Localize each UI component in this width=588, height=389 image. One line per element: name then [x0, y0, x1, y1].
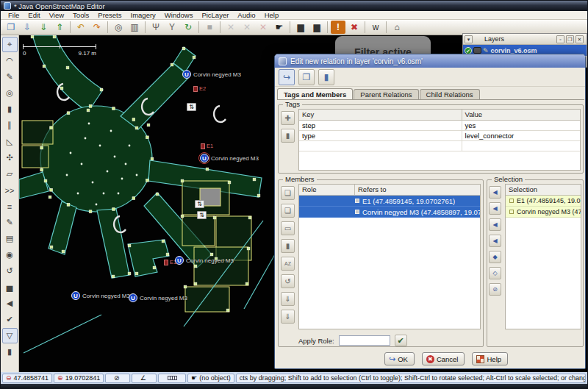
sort-members-button[interactable]: AZ: [281, 257, 295, 271]
select-members-in-relation-button[interactable]: ◇: [489, 267, 501, 279]
changeset-dialog-toggle-icon[interactable]: ▮: [2, 344, 18, 360]
menu-imagery[interactable]: Imagery: [126, 11, 160, 19]
delete-tool-icon[interactable]: ▮: [2, 101, 18, 117]
new-layer-icon[interactable]: ▫: [556, 35, 564, 43]
add-at-end-button[interactable]: ◀: [489, 235, 501, 247]
remove-members-from-selection-button[interactable]: ⊘: [489, 283, 501, 296]
close-icon[interactable]: ✕: [576, 35, 584, 43]
collapse-icon[interactable]: ▾: [465, 35, 473, 43]
exit-marker[interactable]: E1: [201, 143, 213, 149]
tag-row-empty[interactable]: [299, 141, 580, 151]
ok-button[interactable]: ↪ OK: [384, 352, 415, 365]
add-tag-button[interactable]: ✚: [281, 111, 295, 125]
delete-relation-button[interactable]: ▮: [318, 69, 334, 85]
save-icon[interactable]: ⇩: [20, 21, 35, 34]
relations-dialog-toggle-icon[interactable]: ▤: [2, 231, 18, 246]
menu-view[interactable]: View: [45, 11, 68, 19]
layer-visibility-icon[interactable]: [473, 47, 481, 54]
download-data-icon[interactable]: ⇓: [36, 21, 51, 34]
reverse-members-button[interactable]: ↺: [281, 274, 295, 288]
conflict-dialog-toggle-icon[interactable]: ◀: [2, 296, 18, 311]
cancel-button[interactable]: ✖ Cancel: [422, 352, 465, 365]
move-down-member-button[interactable]: ❏: [281, 204, 295, 218]
tags-col-value[interactable]: Value: [462, 110, 580, 120]
tags-dialog-toggle-icon[interactable]: ✎: [2, 215, 18, 230]
undo-icon[interactable]: ↶: [74, 21, 88, 34]
tab-child-relations[interactable]: Child Relations: [420, 89, 480, 99]
add-after-button[interactable]: ◀: [489, 218, 501, 231]
download-dialog-toggle-icon[interactable]: ▅: [2, 279, 18, 295]
selection-row[interactable]: Corvin negyed M3 (47.4858897,: [506, 207, 581, 218]
menu-piclayer[interactable]: PicLayer: [197, 11, 233, 19]
select-members-button[interactable]: ❐: [298, 69, 315, 85]
warning-icon[interactable]: !: [331, 21, 345, 34]
combine-ways-icon[interactable]: Ψ: [148, 21, 163, 34]
add-before-button[interactable]: ◀: [489, 202, 501, 215]
apply-changes-button[interactable]: ↪: [279, 69, 295, 85]
command-stack-toggle-icon[interactable]: ↺: [2, 263, 18, 279]
terrace-building-icon[interactable]: ⌂: [390, 21, 404, 34]
split-way-icon[interactable]: Y: [165, 21, 179, 34]
help-button[interactable]: Help: [472, 352, 508, 365]
edit-member-button[interactable]: ▭: [281, 221, 295, 235]
delete-tag-button[interactable]: ▮: [281, 129, 295, 143]
lasso-tool-icon[interactable]: ◠: [2, 53, 18, 68]
more-tools-icon[interactable]: >>: [2, 182, 18, 198]
download-incomplete-members-button[interactable]: ⇓: [281, 310, 295, 324]
set-members-from-selection-button[interactable]: ◆: [489, 251, 501, 263]
apply-role-input[interactable]: [339, 335, 390, 346]
update-data-icon[interactable]: ↻: [181, 21, 196, 34]
metro-station-marker[interactable]: UCorvin negyed M3: [175, 256, 234, 265]
tab-parent-relations[interactable]: Parent Relations: [354, 89, 418, 99]
apply-role-button[interactable]: ✔: [395, 335, 407, 346]
car-routing-icon[interactable]: ▆: [293, 21, 308, 34]
validator-toggle-icon[interactable]: ✔: [2, 312, 18, 327]
unglue-ways-icon[interactable]: ✕: [256, 21, 270, 34]
join-node-way-icon[interactable]: ✕: [240, 21, 254, 34]
zoom-tool-icon[interactable]: ◎: [2, 85, 18, 101]
menu-audio[interactable]: Audio: [233, 11, 259, 19]
move-up-member-button[interactable]: ❏: [281, 186, 295, 200]
tag-row[interactable]: type level_connector: [299, 131, 580, 141]
remove-member-button[interactable]: ▮: [281, 239, 295, 253]
metro-station-marker[interactable]: UCorvin negyed M3: [71, 291, 130, 300]
tags-col-key[interactable]: Key: [299, 110, 462, 120]
placeholder-block-icon[interactable]: ■: [202, 21, 217, 34]
member-row[interactable]: E1 (47.4859145, 19.0702761): [299, 196, 480, 207]
delete-icon[interactable]: ✖: [347, 21, 362, 34]
measure-tool-icon[interactable]: ◺: [2, 134, 18, 149]
menu-file[interactable]: File: [4, 11, 24, 19]
download-members-button[interactable]: ⇓: [281, 292, 295, 306]
menu-presets[interactable]: Presets: [93, 11, 126, 19]
layers-dialog-toggle-icon[interactable]: ≡: [2, 199, 18, 214]
menu-tools[interactable]: Tools: [68, 11, 93, 19]
metro-station-marker[interactable]: UCorvin negyed M3: [200, 154, 259, 163]
improve-way-tool-icon[interactable]: ✣: [2, 150, 18, 165]
members-col-refers[interactable]: Refers to: [355, 185, 480, 195]
filter-toggle-icon[interactable]: ▽: [2, 328, 18, 343]
merge-nodes-icon[interactable]: ✕: [223, 21, 238, 34]
members-table[interactable]: Role Refers to E1 (47.4859145, 19.070276…: [298, 184, 481, 329]
metro-station-marker[interactable]: UCorvin negyed M3: [129, 293, 187, 302]
member-row[interactable]: Corvin negyed M3 (47.4858897, 19.0702808…: [299, 207, 480, 218]
upload-data-icon[interactable]: ⇑: [52, 21, 67, 34]
menu-windows[interactable]: Windows: [160, 11, 198, 19]
move-tool-icon[interactable]: ☛: [272, 21, 287, 34]
select-tool-icon[interactable]: ⌖: [2, 37, 18, 52]
public-transport-icon[interactable]: ▆: [309, 21, 324, 34]
dialog-titlebar[interactable]: Edit new relation in layer 'corvin_v6.os…: [275, 54, 585, 68]
metro-station-marker[interactable]: UCorvin negyed M3: [182, 70, 241, 79]
selection-col[interactable]: Selection: [506, 185, 581, 195]
dock-icon[interactable]: ❐: [566, 35, 574, 43]
selection-dialog-toggle-icon[interactable]: ◉: [2, 247, 18, 263]
parallel-way-tool-icon[interactable]: ∥: [2, 118, 18, 133]
draw-node-tool-icon[interactable]: ✎: [2, 69, 18, 85]
menu-help[interactable]: Help: [260, 11, 284, 19]
menu-edit[interactable]: Edit: [24, 11, 44, 19]
zoom-to-selection-icon[interactable]: ◎: [111, 21, 126, 34]
layer-active-check-icon[interactable]: ✔: [465, 47, 472, 54]
tab-tags-and-members[interactable]: Tags and Members: [277, 88, 353, 99]
preferences-icon[interactable]: ▥: [127, 21, 142, 34]
selection-table[interactable]: Selection E1 (47.4859145, 19.0702761) Co…: [505, 184, 581, 329]
exit-marker[interactable]: E2: [193, 85, 206, 92]
